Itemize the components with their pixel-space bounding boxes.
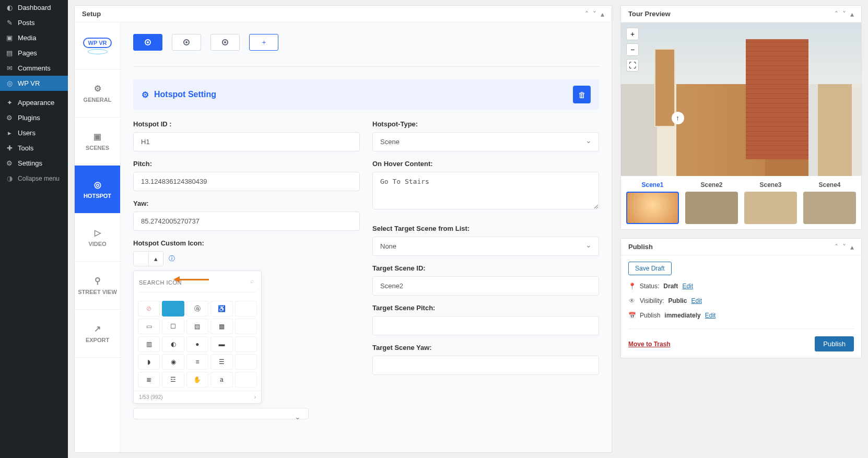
select-target-select[interactable]: None [372, 237, 599, 256]
icon-blank-selected[interactable] [162, 301, 184, 316]
icon-label[interactable]: ▬ [210, 336, 232, 352]
target-pitch-input[interactable] [372, 316, 599, 335]
save-draft-button[interactable]: Save Draft [628, 262, 672, 275]
panel-up-icon[interactable]: ˄ [835, 243, 838, 251]
tour-preview-viewport[interactable]: + − ⛶ ↑ [621, 22, 861, 176]
move-to-trash-link[interactable]: Move to Trash [628, 340, 671, 348]
icon-contact[interactable]: ▦ [210, 319, 232, 334]
icon-none[interactable]: ⊘ [138, 301, 160, 316]
visibility-edit-link[interactable]: Edit [691, 297, 702, 304]
icon-moon[interactable]: ◗ [138, 354, 160, 370]
search-icon: ⌕ [250, 277, 254, 285]
publish-title: Publish [628, 243, 653, 251]
icon-blank3[interactable] [235, 336, 257, 352]
hotspot-tab-2[interactable] [172, 34, 201, 51]
scene-thumb-scene4[interactable]: Scene4 [803, 181, 856, 224]
scene-thumb-scene2[interactable]: Scene2 [685, 181, 738, 224]
icon-circle[interactable]: ● [186, 336, 208, 352]
wp-menu-dashboard[interactable]: ◐Dashboard [0, 0, 68, 15]
yaw-input[interactable] [133, 212, 360, 231]
icon-blank4[interactable] [235, 354, 257, 370]
icon-blank5[interactable] [235, 372, 257, 387]
menu-icon: ▣ [5, 34, 14, 42]
wp-menu-wp-vr[interactable]: ◎WP VR [0, 76, 68, 91]
icon-align-l[interactable]: ≣ [138, 372, 160, 387]
icon-accessible[interactable]: ♿ [210, 301, 232, 316]
icon-grid1[interactable]: ▥ [138, 336, 160, 352]
chevron-up-icon[interactable]: ▴ [148, 252, 163, 266]
panel-down-icon[interactable]: ˅ [842, 243, 846, 251]
scene-thumb-scene1[interactable]: Scene1 [626, 181, 679, 224]
tab-export[interactable]: ↗ EXPORT [75, 310, 120, 358]
icon-card[interactable]: ▭ [138, 319, 160, 334]
icon-id[interactable]: ▤ [186, 319, 208, 334]
icon-camera[interactable]: ◉ [162, 354, 184, 370]
zoom-in-button[interactable]: + [626, 28, 639, 40]
wp-menu-pages[interactable]: ▤Pages [0, 45, 68, 61]
scene-hotspot-marker[interactable]: ↑ [672, 112, 684, 124]
target-pitch-label: Target Scene Pitch: [372, 304, 599, 312]
panel-down-icon[interactable]: ˅ [593, 10, 596, 18]
chevron-right-icon[interactable]: › [254, 394, 256, 400]
menu-icon: ✚ [5, 144, 14, 152]
panel-toggle-icon[interactable]: ▴ [850, 243, 854, 251]
hotspot-tab-3[interactable] [210, 34, 240, 51]
panel-up-icon[interactable]: ˄ [585, 10, 589, 18]
hotspot-id-input[interactable] [133, 132, 360, 151]
tab-general[interactable]: ⚙ GENERAL [75, 69, 120, 118]
wp-menu-tools[interactable]: ✚Tools [0, 140, 68, 156]
tab-hotspot[interactable]: ◎ HOTSPOT [75, 166, 120, 214]
hotspot-setting-header: ⚙ Hotspot Setting 🗑 [133, 79, 599, 110]
wp-menu-media[interactable]: ▣Media [0, 30, 68, 45]
icon-class-select[interactable] [133, 408, 309, 419]
wp-menu-collapse-menu[interactable]: ◑Collapse menu [0, 171, 68, 186]
icon-hand[interactable]: ✋ [186, 372, 208, 387]
icon-amazon[interactable]: a [210, 372, 232, 387]
tab-street-view[interactable]: ⚲ STREET VIEW [75, 262, 120, 310]
fullscreen-button[interactable]: ⛶ [626, 59, 639, 72]
target-id-input[interactable] [372, 276, 599, 296]
icon-adjust[interactable]: ◐ [162, 336, 184, 352]
tab-scenes[interactable]: ▣ SCENES [75, 118, 120, 166]
hotspot-tab-1[interactable] [133, 34, 162, 51]
wp-menu-settings[interactable]: ⚙Settings [0, 156, 68, 171]
icon-blank2[interactable] [235, 319, 257, 334]
info-icon[interactable]: ⓘ [169, 254, 175, 263]
zoom-out-button[interactable]: − [626, 43, 639, 56]
schedule-edit-link[interactable]: Edit [705, 312, 716, 319]
wp-menu-appearance[interactable]: ✦Appearance [0, 95, 68, 110]
menu-icon: ⚙ [5, 114, 14, 122]
delete-hotspot-button[interactable]: 🗑 [573, 86, 591, 103]
hotspot-type-select[interactable]: Scene [372, 132, 599, 151]
tab-video[interactable]: ▷ VIDEO [75, 214, 120, 262]
icon-user[interactable]: ☐ [162, 319, 184, 334]
wp-menu-users[interactable]: ▸Users [0, 125, 68, 140]
panel-toggle-icon[interactable]: ▴ [850, 10, 854, 18]
menu-icon: ✦ [5, 99, 14, 107]
icon-align-r[interactable]: ☲ [162, 372, 184, 387]
panel-toggle-icon[interactable]: ▴ [601, 10, 604, 18]
panel-up-icon[interactable]: ˄ [835, 10, 838, 18]
pin-icon: 📍 [628, 283, 636, 290]
menu-icon: ✉ [5, 64, 14, 72]
annotation-arrow [173, 276, 209, 283]
on-hover-input[interactable]: Go To Stairs [372, 172, 599, 209]
icon-ad[interactable]: ⓐ [186, 301, 208, 316]
status-edit-link[interactable]: Edit [682, 283, 693, 290]
hotspot-add-button[interactable]: ＋ [249, 34, 278, 51]
hotspot-instance-tabs: ＋ [133, 34, 599, 67]
pitch-input[interactable] [133, 172, 360, 191]
panel-down-icon[interactable]: ˅ [842, 10, 846, 18]
target-yaw-input[interactable] [372, 356, 599, 375]
main-area: Setup ˄ ˅ ▴ WP VR ⚙ GENERAL [68, 0, 868, 458]
wp-menu-comments[interactable]: ✉Comments [0, 61, 68, 76]
wp-menu-plugins[interactable]: ⚙Plugins [0, 110, 68, 125]
setup-content: ＋ ⚙ Hotspot Setting 🗑 Hotspot ID : [121, 22, 612, 452]
icon-picker-toggle[interactable]: ▴ [133, 251, 163, 266]
icon-blank[interactable] [235, 301, 257, 316]
icon-align-c[interactable]: ≡ [186, 354, 208, 370]
icon-align-j[interactable]: ☰ [210, 354, 232, 370]
wp-menu-posts[interactable]: ✎Posts [0, 15, 68, 30]
scene-thumb-scene3[interactable]: Scene3 [744, 181, 797, 224]
publish-button[interactable]: Publish [815, 336, 854, 351]
